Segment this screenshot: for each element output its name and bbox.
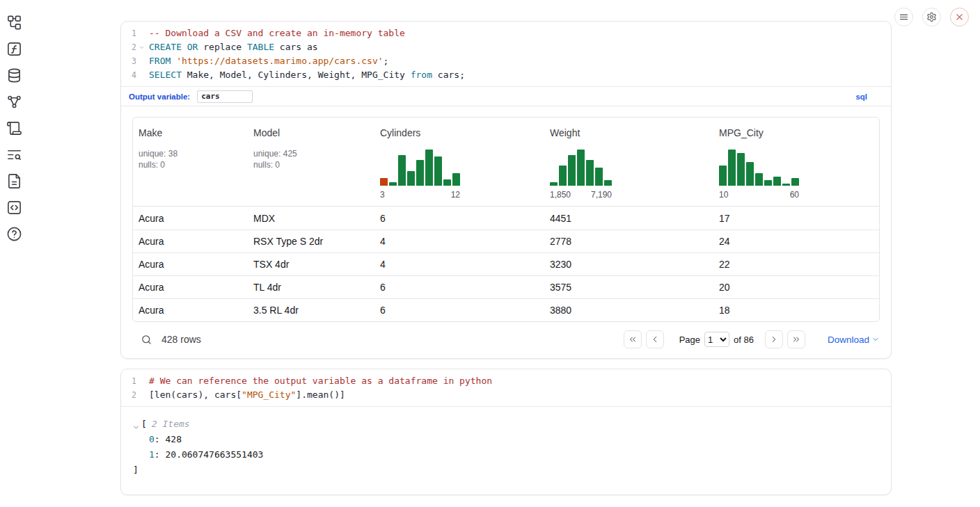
sidebar-item-packages[interactable] [6,199,23,216]
collapse-toggle-icon[interactable] [132,421,141,428]
page-select[interactable]: 1 [704,332,729,347]
code-line: 3FROM 'https://datasets.marimo.app/cars.… [121,54,891,68]
python-cell: 1# We can reference the output variable … [120,369,892,495]
code-line: 2[len(cars), cars["MPG_City"].mean()] [121,388,891,402]
table-row[interactable]: AcuraMDX6445117 [133,207,879,230]
items-count-label: 2 Items [152,417,190,432]
function-icon [6,41,22,57]
sidebar-item-scratchpad[interactable] [6,40,23,58]
output-variable-label: Output variable: [129,92,190,101]
table-cell: Acura [133,213,248,224]
histogram-bar [773,177,781,186]
histogram-bar [791,178,799,186]
page-total-label: of 86 [734,335,754,345]
first-page-button[interactable] [624,330,642,348]
table-footer: 428 rows Page 1 of 86 Download [132,329,880,350]
sql-cell: 1-- Download a CSV and create an in-memo… [120,21,892,359]
fold-slot [136,68,149,82]
search-icon[interactable] [141,334,152,346]
code-line: 4SELECT Make, Model, Cylinders, Weight, … [121,68,891,82]
histogram-bar [416,160,424,186]
next-page-button[interactable] [765,330,783,348]
sidebar-item-file-explorer[interactable] [6,14,23,31]
histogram-bar [782,184,790,186]
histogram-bar [452,173,460,186]
table-cell: 6 [374,282,544,293]
column-stat: unique: 425 [253,148,369,159]
column-header-mpg_city[interactable]: MPG_City1060 [713,118,879,206]
column-name: MPG_City [719,127,874,138]
column-stat: nulls: 0 [253,159,369,170]
axis-max-label: 12 [451,190,460,200]
column-histogram: 1,8507,190 [550,150,612,200]
column-header-model[interactable]: Modelunique: 425nulls: 0 [248,118,374,206]
settings-button[interactable] [922,8,941,26]
sidebar-item-help[interactable] [6,225,23,243]
close-bracket: ] [132,462,880,478]
fold-slot [136,374,149,388]
table-cell: MDX [248,213,374,224]
table-cell: 3.5 RL 4dr [248,305,374,316]
prev-page-button[interactable] [646,330,664,348]
histogram-bars [719,150,799,186]
histogram-bar [737,153,745,186]
column-header-cylinders[interactable]: Cylinders312 [374,118,544,206]
tree-entry: 0: 428 [132,432,880,447]
table-header: Makeunique: 38nulls: 0Modelunique: 425nu… [133,118,879,207]
chevrons-right-icon [791,335,801,344]
line-number: 1 [121,374,136,388]
histogram-bar [407,171,415,186]
sidebar-item-logs[interactable] [6,120,23,137]
hamburger-icon [899,12,909,22]
histogram-bar [719,166,727,186]
table-cell: 6 [374,213,544,224]
python-code-editor[interactable]: 1# We can reference the output variable … [121,369,891,406]
code-text: -- Download a CSV and create an in-memor… [149,26,405,40]
histogram-bar [389,182,397,186]
sidebar-item-documentation[interactable] [6,146,23,163]
table-cell: 18 [713,305,879,316]
line-number: 4 [121,68,136,82]
column-header-weight[interactable]: Weight1,8507,190 [544,118,713,206]
shutdown-button[interactable] [950,8,969,26]
search-doc-icon [6,147,22,163]
download-button[interactable]: Download [828,335,880,345]
table-cell: RSX Type S 2dr [248,236,374,247]
column-stat: unique: 38 [139,148,242,159]
histogram-bars [380,150,460,186]
table-row[interactable]: AcuraTL 4dr6357520 [133,275,879,298]
sidebar-item-datasources[interactable] [6,67,23,84]
sql-code-editor[interactable]: 1-- Download a CSV and create an in-memo… [121,22,891,86]
table-cell: 4 [374,236,544,247]
open-bracket: [ [141,417,147,432]
table-row[interactable]: AcuraRSX Type S 2dr4277824 [133,230,879,252]
fold-slot [136,26,149,40]
table-row[interactable]: Acura3.5 RL 4dr6388018 [133,298,879,321]
histogram-axis-labels: 312 [380,190,460,200]
output-variable-input[interactable] [197,90,253,103]
table-cell: 6 [374,305,544,316]
fold-toggle-icon[interactable] [136,40,149,54]
pagination: Page 1 of 86 Download [624,330,880,348]
code-line: 2CREATE OR replace TABLE cars as [121,40,891,54]
line-number: 2 [121,388,136,402]
histogram-bar [398,155,406,186]
graph-icon [6,94,22,110]
column-histogram: 312 [380,150,460,200]
column-header-make[interactable]: Makeunique: 38nulls: 0 [133,118,248,206]
table-cell: 3880 [544,305,713,316]
sql-language-badge: sql [855,92,867,101]
sidebar-item-snippets[interactable] [6,172,23,190]
sidebar-item-dependency-graph[interactable] [6,93,23,111]
histogram-bar [604,180,612,186]
chevron-left-icon [650,335,660,344]
table-cell: TSX 4dr [248,259,374,270]
table-cell: Acura [133,236,248,247]
histogram-bar [425,150,433,186]
table-row[interactable]: AcuraTSX 4dr4323022 [133,252,879,275]
histogram-bars [550,150,612,186]
output-variable-row: Output variable: sql [121,86,891,106]
menu-button[interactable] [894,8,913,26]
last-page-button[interactable] [787,330,805,348]
histogram-bar [443,179,451,186]
